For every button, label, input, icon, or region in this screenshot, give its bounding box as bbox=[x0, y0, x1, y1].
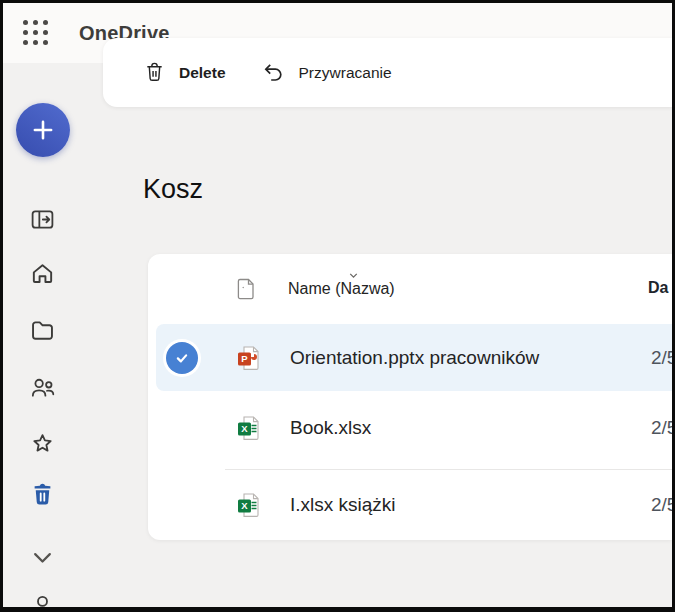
file-type-column-icon bbox=[236, 278, 256, 300]
favorites-star-icon[interactable] bbox=[29, 430, 56, 457]
delete-button[interactable]: Delete bbox=[129, 53, 240, 92]
powerpoint-icon: P bbox=[235, 344, 263, 372]
file-date-deleted: 2/5 bbox=[651, 417, 672, 439]
restore-button-label: Przywracanie bbox=[299, 64, 392, 82]
recycle-bin-file-list: Name (Nazwa) Da P Orientation.pptx praco… bbox=[148, 254, 672, 540]
svg-text:X: X bbox=[241, 500, 248, 511]
recycle-bin-trash-icon-active[interactable] bbox=[29, 481, 56, 508]
expand-navigation-icon[interactable] bbox=[29, 206, 56, 233]
command-toolbar: Delete Przywracanie bbox=[103, 38, 672, 107]
svg-text:P: P bbox=[241, 353, 248, 364]
excel-icon: X bbox=[235, 414, 263, 442]
file-row-i-xlsx[interactable]: X I.xlsx książki 2/5 bbox=[148, 468, 672, 540]
list-header-row: Name (Nazwa) Da bbox=[148, 254, 672, 322]
my-files-folder-icon[interactable] bbox=[29, 317, 56, 344]
date-column-header[interactable]: Da bbox=[648, 279, 668, 297]
home-icon[interactable] bbox=[29, 260, 56, 287]
app-launcher-icon[interactable] bbox=[23, 20, 49, 46]
page-title: Kosz bbox=[143, 174, 203, 205]
file-name[interactable]: Orientation.pptx pracowników bbox=[290, 347, 539, 369]
file-date-deleted: 2/5 bbox=[651, 347, 672, 369]
file-name[interactable]: Book.xlsx bbox=[290, 417, 371, 439]
more-chevron-down-icon[interactable] bbox=[29, 544, 56, 571]
file-date-deleted: 2/5 bbox=[651, 494, 672, 516]
sort-chevron-down-icon bbox=[347, 269, 360, 282]
file-row-book-xlsx[interactable]: X Book.xlsx 2/5 bbox=[148, 391, 672, 464]
restore-undo-icon bbox=[262, 61, 286, 85]
onedrive-window: OneDrive bbox=[0, 0, 675, 612]
new-add-button[interactable] bbox=[16, 103, 70, 157]
file-name[interactable]: I.xlsx książki bbox=[290, 494, 396, 516]
file-row-orientation-pptx[interactable]: P Orientation.pptx pracowników 2/5 bbox=[156, 324, 672, 391]
plus-icon bbox=[30, 117, 56, 143]
shared-people-icon[interactable] bbox=[29, 374, 56, 401]
left-navigation-rail bbox=[3, 63, 83, 607]
excel-icon: X bbox=[235, 491, 263, 519]
name-column-header[interactable]: Name (Nazwa) bbox=[288, 280, 395, 298]
delete-button-label: Delete bbox=[179, 64, 226, 82]
restore-button[interactable]: Przywracanie bbox=[248, 53, 406, 93]
person-account-icon[interactable] bbox=[29, 593, 56, 612]
svg-text:X: X bbox=[241, 423, 248, 434]
selected-checkmark-icon[interactable] bbox=[166, 342, 198, 374]
trash-icon bbox=[143, 61, 166, 84]
